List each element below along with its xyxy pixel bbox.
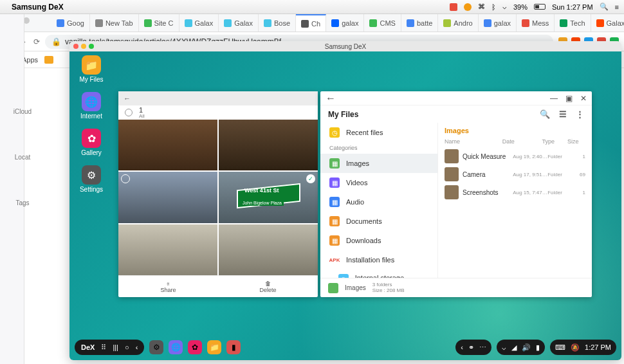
spotlight-icon[interactable]: 🔍 [600,3,609,11]
photo-thumb[interactable]: ✓ West 41st St John Bigelow Plaza [219,172,318,223]
folder-thumb [445,149,459,163]
share-button[interactable]: ⩷Share [118,276,218,297]
browser-tab[interactable]: Site C [139,14,179,32]
wifi-icon: ⌵ [502,343,506,352]
photo-thumb[interactable] [219,224,318,275]
gallery-titlebar[interactable]: ← [118,91,318,105]
taskbar-nav-pill[interactable]: ‹ ⚭ ⋯ [455,340,491,355]
battery-icon[interactable] [534,4,546,10]
nav-images[interactable]: ▦Images [320,154,437,173]
folder-row[interactable]: ScreenshotsAug 15, 7:47…Folder1 [438,183,592,201]
select-all-checkbox[interactable] [125,109,133,116]
taskbar-settings-icon[interactable]: ⚙ [149,340,163,354]
delete-button[interactable]: 🗑Delete [218,276,318,297]
status-icon-1[interactable] [450,3,457,11]
more-icon[interactable]: ⋮ [576,109,584,119]
nav-downloads[interactable]: ▦Downloads [320,231,437,250]
finder-sidebar-hint: iCloud Locat Tags [0,82,45,364]
search-icon[interactable]: 🔍 [540,109,550,119]
browser-tab[interactable]: Galax [219,14,259,32]
link-icon[interactable]: ⚭ [468,343,474,352]
taskbar-myfiles-icon[interactable]: 📁 [207,340,221,354]
myfiles-window: ← — ▣ ✕ My Files 🔍 ☰ ⋮ ◷ [320,91,592,297]
dex-titlebar[interactable]: Samsung DeX [69,41,621,51]
photo-thumb[interactable] [118,120,217,170]
folder-thumb [445,167,459,181]
bluetooth-icon[interactable]: ᛒ [491,3,496,11]
browser-tab[interactable]: galax [479,14,517,32]
recents-icon[interactable]: ||| [113,343,118,351]
desktop-icon[interactable]: ⚙Settings [76,165,107,193]
more-icon[interactable]: ⋯ [479,343,486,352]
nav-audio[interactable]: ▦Audio [320,192,437,212]
photo-thumb[interactable] [118,224,217,275]
maximize-icon[interactable] [89,44,94,49]
mute-icon: 🔕 [571,343,580,352]
gallery-selection-bar: 1 All [118,105,318,120]
back-icon[interactable]: ‹ [136,343,138,351]
desktop-icon[interactable]: ✿Gallery [76,129,107,156]
photo-thumb[interactable] [118,172,217,223]
taskbar-internet-icon[interactable]: 🌐 [169,340,183,354]
close-icon[interactable]: ✕ [580,94,587,103]
nav-recent[interactable]: ◷ Recent files [320,123,437,142]
browser-tab[interactable]: Tech [555,14,591,32]
bookmark-folder-icon[interactable] [44,56,53,64]
browser-tab[interactable]: Galax [179,14,219,32]
photo-thumb[interactable] [219,120,318,170]
battery-text[interactable]: 39% [513,3,528,11]
signal-icon: ◢ [511,343,517,352]
status-icon-2[interactable] [464,3,472,11]
menubar-app-name[interactable]: Samsung DeX [12,3,64,12]
dex-label[interactable]: DeX [81,343,95,351]
minimize-icon[interactable] [81,44,86,49]
nav-installation-files[interactable]: APKInstallation files [320,250,437,269]
taskbar-left-pill[interactable]: DeX ⠿ ||| ○ ‹ [75,340,144,355]
browser-tab[interactable]: Galax [591,14,624,32]
footer-label: Images [345,284,366,291]
folder-row[interactable]: Quick MeasureAug 19, 2:40…Folder1 [438,147,592,165]
browser-tab[interactable]: batte [401,14,438,32]
row-name: Camera [463,171,513,178]
maximize-icon[interactable]: ▣ [565,94,573,103]
taskbar-status-pill[interactable]: ⌵ ◢ 🔊 ▮ [497,340,545,355]
home-icon[interactable]: ○ [125,343,129,351]
minimize-icon[interactable]: — [550,94,558,103]
tab-label: Ch [311,20,320,28]
taskbar-app-icon[interactable]: ▮ [226,340,241,354]
dex-desktop[interactable]: 📁My Files🌐Internet✿Gallery⚙Settings ← 1 … [69,51,621,360]
browser-tab[interactable]: Mess [517,14,555,32]
desktop-icon[interactable]: 🌐Internet [76,92,107,120]
folder-thumb [445,185,459,199]
nav-videos[interactable]: ▦Videos [320,173,437,192]
apps-icon[interactable]: ⠿ [101,343,106,352]
clock[interactable]: Sun 1:27 PM [552,3,593,11]
browser-tab[interactable]: galax [326,14,364,32]
taskbar-clock-pill[interactable]: ⌨ 🔕 1:27 PM [550,340,616,355]
browser-tab[interactable]: CMS [364,14,401,32]
back-icon[interactable]: ← [124,95,131,102]
view-list-icon[interactable]: ☰ [559,109,567,119]
column-headers[interactable]: NameDateTypeSize [438,136,592,147]
folder-row[interactable]: CameraAug 17, 9:51…Folder69 [438,165,592,183]
browser-tab[interactable]: Goog [51,14,90,32]
browser-tab[interactable]: Bose [259,14,296,32]
row-date: Aug 19, 2:40… [513,154,547,159]
back-icon[interactable]: ← [326,93,336,104]
nav-documents[interactable]: ▦Documents [320,212,437,231]
browser-tab[interactable]: Ch [296,14,326,32]
menu-icon[interactable]: ⌘ [478,3,485,11]
reload-button[interactable]: ⟳ [33,37,40,46]
wifi-icon[interactable]: ⌵ [502,3,507,11]
desktop-icon[interactable]: 📁My Files [76,55,107,83]
nav-internal-storage[interactable]: › ▯ Internal storage 43.04 GB / 256 GB [320,269,437,278]
taskbar-gallery-icon[interactable]: ✿ [188,340,202,354]
category-icon: APK [329,255,340,265]
tab-label: Site C [154,19,174,27]
notification-icon[interactable]: ≡ [615,3,619,11]
browser-tab[interactable]: Andro [438,14,478,32]
close-icon[interactable] [73,44,78,49]
myfiles-titlebar[interactable]: ← — ▣ ✕ [320,91,592,105]
chevron-left-icon[interactable]: ‹ [461,343,463,351]
browser-tab[interactable]: New Tab [90,14,139,32]
